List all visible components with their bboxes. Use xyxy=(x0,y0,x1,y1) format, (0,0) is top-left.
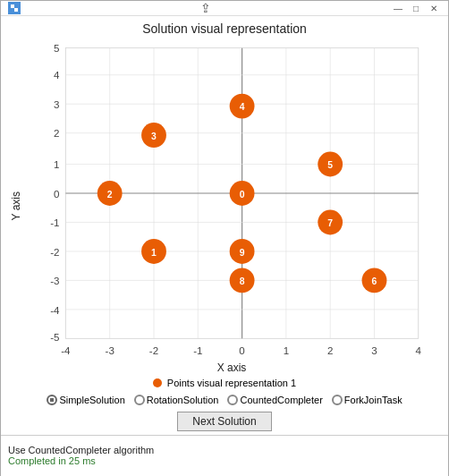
radio-counted-completer-label: CountedCompleter xyxy=(240,395,322,405)
radio-rotation-solution-circle xyxy=(134,395,145,405)
next-btn-row: Next Solution xyxy=(177,412,271,431)
y-axis-label: Y axis xyxy=(10,191,22,220)
svg-text:0: 0 xyxy=(54,189,59,200)
svg-text:2: 2 xyxy=(54,128,59,139)
status-line-2: Completed in 25 ms xyxy=(8,455,441,466)
svg-text:1: 1 xyxy=(284,345,289,356)
radio-rotation-solution[interactable]: RotationSolution xyxy=(134,395,219,405)
cursor-symbol: ⇪ xyxy=(200,1,211,15)
chart-title: Solution visual representation xyxy=(142,16,307,38)
title-bar-left xyxy=(8,2,21,14)
svg-text:9: 9 xyxy=(240,248,245,258)
svg-text:-5: -5 xyxy=(50,332,59,343)
main-window: ⇪ — □ ✕ Solution visual representation Y… xyxy=(0,0,449,476)
plot-svg: -4 -3 -2 -1 0 1 2 3 4 5 4 3 2 1 0 -1 xyxy=(24,38,439,360)
radio-simple-solution-circle xyxy=(47,395,57,405)
radio-row: SimpleSolution RotationSolution CountedC… xyxy=(47,395,402,405)
svg-text:4: 4 xyxy=(240,102,245,112)
svg-rect-1 xyxy=(11,4,14,8)
svg-text:4: 4 xyxy=(54,70,60,81)
next-solution-button[interactable]: Next Solution xyxy=(177,412,271,431)
radio-simple-solution[interactable]: SimpleSolution xyxy=(47,395,124,405)
svg-text:0: 0 xyxy=(240,190,245,200)
svg-text:5: 5 xyxy=(54,43,59,54)
svg-rect-2 xyxy=(14,8,18,12)
title-bar-controls: — □ ✕ xyxy=(391,1,441,15)
svg-text:-4: -4 xyxy=(61,345,71,356)
radio-fork-join-task-circle xyxy=(332,395,343,405)
maximize-button[interactable]: □ xyxy=(409,1,423,15)
svg-text:-4: -4 xyxy=(50,305,60,316)
legend: Points visual representation 1 xyxy=(153,378,296,388)
svg-text:-2: -2 xyxy=(149,345,158,356)
radio-rotation-solution-label: RotationSolution xyxy=(147,395,219,405)
status-line-1: Use CountedCompleter algorithm xyxy=(8,445,441,455)
radio-counted-completer[interactable]: CountedCompleter xyxy=(227,395,322,405)
svg-text:3: 3 xyxy=(151,132,157,141)
svg-text:-1: -1 xyxy=(193,345,202,356)
status-bar: Use CountedCompleter algorithm Completed… xyxy=(1,435,448,476)
svg-text:1: 1 xyxy=(54,159,59,170)
svg-text:3: 3 xyxy=(371,345,377,356)
legend-dot xyxy=(153,378,162,387)
x-axis-label: X axis xyxy=(24,361,439,374)
svg-text:-1: -1 xyxy=(50,217,59,228)
svg-text:6: 6 xyxy=(372,276,377,286)
radio-simple-solution-label: SimpleSolution xyxy=(59,395,124,405)
svg-text:-3: -3 xyxy=(50,276,59,286)
legend-label: Points visual representation 1 xyxy=(167,378,296,388)
chart-container: Y axis xyxy=(10,38,439,374)
svg-text:7: 7 xyxy=(327,218,333,228)
svg-text:-2: -2 xyxy=(50,247,59,258)
radio-fork-join-task-label: ForkJoinTask xyxy=(344,395,402,405)
svg-text:2: 2 xyxy=(327,345,333,356)
svg-text:4: 4 xyxy=(416,345,422,356)
radio-counted-completer-circle xyxy=(227,395,238,405)
app-icon xyxy=(8,2,21,14)
chart-area: Solution visual representation Y axis xyxy=(1,16,448,435)
plot-wrapper: -4 -3 -2 -1 0 1 2 3 4 5 4 3 2 1 0 -1 xyxy=(24,38,439,374)
radio-fork-join-task[interactable]: ForkJoinTask xyxy=(332,395,402,405)
svg-text:5: 5 xyxy=(327,160,333,170)
svg-text:8: 8 xyxy=(240,276,245,286)
svg-text:2: 2 xyxy=(107,190,113,200)
svg-text:0: 0 xyxy=(239,345,244,356)
title-bar: ⇪ — □ ✕ xyxy=(1,1,448,16)
close-button[interactable]: ✕ xyxy=(427,1,441,15)
svg-text:3: 3 xyxy=(54,99,59,110)
svg-text:-3: -3 xyxy=(106,345,114,356)
minimize-button[interactable]: — xyxy=(391,1,405,15)
svg-text:1: 1 xyxy=(151,248,157,258)
